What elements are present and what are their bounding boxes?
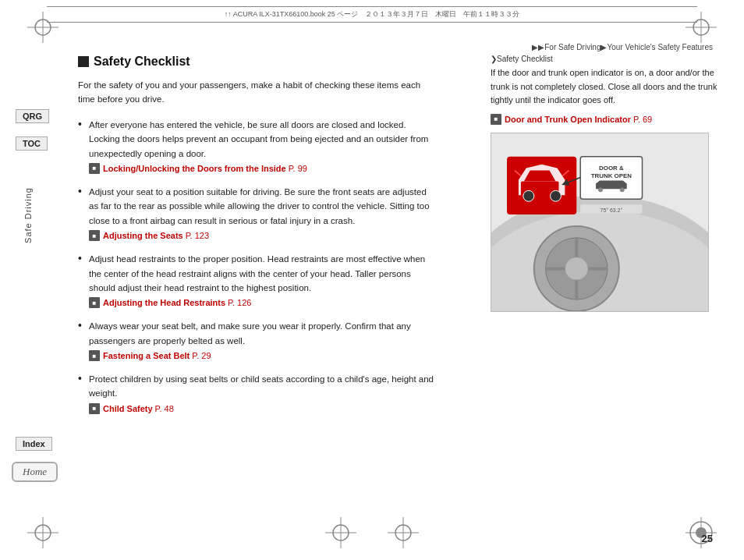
link-icon-4: ■: [89, 350, 100, 361]
bullet-item-5: Protect children by using seat belts or …: [78, 372, 437, 414]
section-title: Safety Checklist: [94, 55, 190, 69]
link-icon-2: ■: [89, 230, 100, 241]
right-link-ref[interactable]: ■ Door and Trunk Open Indicator P. 69: [491, 114, 721, 125]
bullet-text-2: Adjust your seat to a position suitable …: [89, 185, 437, 228]
bottom-center-left-crosshair: [325, 517, 356, 548]
section-intro: For the safety of you and your passenger…: [78, 78, 437, 107]
bottom-center-right-crosshair: [388, 517, 419, 548]
link-ref-5[interactable]: ■ Child Safety P. 48: [89, 403, 437, 414]
right-link-page: P. 69: [633, 115, 652, 124]
bullet-item-1: After everyone has entered the vehicle, …: [78, 118, 437, 174]
right-link-label[interactable]: Door and Trunk Open Indicator: [505, 115, 631, 124]
right-panel-label: ❯Safety Checklist: [491, 55, 721, 63]
svg-point-19: [551, 190, 562, 201]
main-content: Safety Checklist For the safety of you a…: [78, 55, 437, 521]
bullet-item-2: Adjust your seat to a position suitable …: [78, 185, 437, 241]
svg-point-11: [565, 257, 588, 280]
link-icon-3: ■: [89, 297, 100, 308]
file-header: ↑↑ ACURA ILX-31TX66100.book 25 ページ ２０１３年…: [47, 6, 697, 23]
link-label-1[interactable]: Locking/Unlocking the Doors from the Ins…: [103, 164, 286, 173]
right-panel: ❯Safety Checklist If the door and trunk …: [491, 55, 721, 521]
sidebar-index[interactable]: Index: [16, 437, 52, 451]
link-ref-1[interactable]: ■ Locking/Unlocking the Doors from the I…: [89, 163, 437, 174]
bullet-item-4: Always wear your seat belt, and make sur…: [78, 319, 437, 361]
sidebar-tab-toc[interactable]: TOC: [16, 136, 48, 151]
breadcrumb: ▶▶For Safe Driving▶Your Vehicle's Safety…: [532, 43, 713, 51]
svg-text:75°  63.2°: 75° 63.2°: [601, 207, 623, 213]
link-label-3[interactable]: Adjusting the Head Restraints: [103, 298, 225, 307]
link-page-3: P. 126: [228, 298, 251, 307]
section-title-bar: Safety Checklist: [78, 55, 437, 69]
bottom-left-crosshair: [27, 517, 58, 548]
bullet-text-3: Adjust head restraints to the proper pos…: [89, 252, 437, 295]
sidebar-home-button[interactable]: Home: [12, 462, 58, 482]
link-label-2[interactable]: Adjusting the Seats: [103, 231, 183, 240]
bullet-text-4: Always wear your seat belt, and make sur…: [89, 319, 437, 348]
link-page-1: P. 99: [289, 164, 307, 173]
svg-text:TRUNK OPEN: TRUNK OPEN: [591, 172, 632, 179]
svg-point-25: [598, 187, 603, 192]
link-icon-1: ■: [89, 163, 100, 174]
svg-text:DOOR &: DOOR &: [599, 164, 624, 171]
link-ref-2[interactable]: ■ Adjusting the Seats P. 123: [89, 230, 437, 241]
sidebar-tab-qrg[interactable]: QRG: [16, 109, 49, 123]
right-panel-body: If the door and trunk open indicator is …: [491, 66, 721, 108]
link-icon-5: ■: [89, 403, 100, 414]
bullet-text-1: After everyone has entered the vehicle, …: [89, 118, 437, 161]
page-number: 25: [702, 533, 713, 544]
svg-point-18: [523, 190, 534, 201]
right-link-icon: ■: [491, 114, 501, 125]
link-ref-3[interactable]: ■ Adjusting the Head Restraints P. 126: [89, 297, 437, 308]
link-ref-4[interactable]: ■ Fastening a Seat Belt P. 29: [89, 350, 437, 361]
link-label-4[interactable]: Fastening a Seat Belt: [103, 351, 190, 360]
link-page-4: P. 29: [192, 351, 211, 360]
car-dashboard-image: DOOR & TRUNK OPEN 75° 63.2°: [491, 133, 709, 312]
link-label-5[interactable]: Child Safety: [103, 404, 153, 413]
link-page-5: P. 48: [155, 404, 174, 413]
bullet-text-5: Protect children by using seat belts or …: [89, 372, 437, 401]
section-title-icon: [78, 56, 89, 67]
sidebar-vertical-label: Safe Driving: [23, 187, 33, 243]
bullet-item-3: Adjust head restraints to the proper pos…: [78, 252, 437, 308]
svg-point-26: [620, 187, 625, 192]
link-page-2: P. 123: [186, 231, 209, 240]
